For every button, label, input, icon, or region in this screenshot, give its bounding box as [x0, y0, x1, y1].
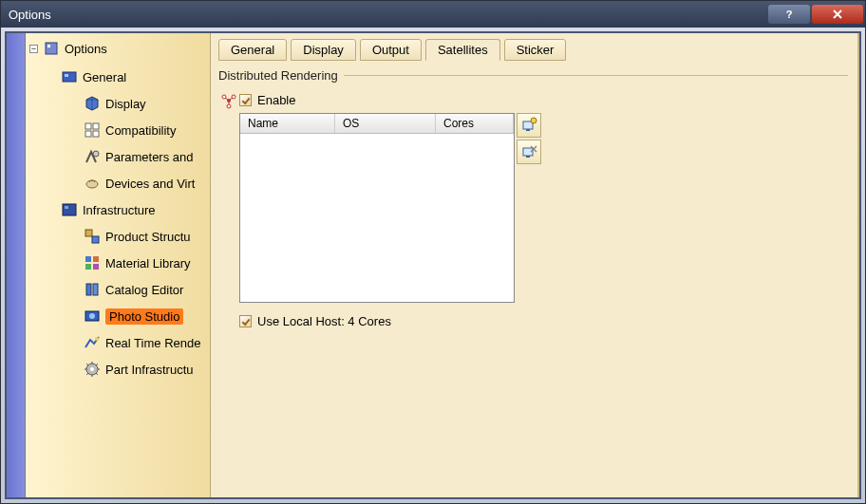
svg-point-9 [93, 151, 99, 157]
svg-rect-19 [86, 284, 91, 295]
material-library-icon [83, 253, 102, 272]
tree-root-options[interactable]: − Options [26, 37, 210, 64]
svg-point-28 [227, 104, 231, 108]
tree-item-label: Display [105, 97, 146, 111]
svg-rect-4 [65, 74, 68, 77]
tree-item-label: Real Time Rende [105, 336, 200, 350]
tree-item-general[interactable]: General [58, 64, 210, 90]
tab-strip: General Display Output Satellites Sticke… [215, 39, 852, 61]
satellites-grid[interactable]: Name OS Cores [239, 113, 515, 303]
col-cores[interactable]: Cores [436, 114, 514, 133]
svg-rect-34 [526, 156, 530, 158]
display-icon [83, 94, 102, 113]
svg-rect-6 [93, 123, 99, 129]
close-button[interactable] [812, 5, 863, 24]
tree-item-product-structure[interactable]: Product Structu [81, 223, 210, 250]
svg-rect-17 [85, 264, 91, 270]
product-structure-icon [83, 227, 102, 246]
tree-item-label: Product Structu [105, 230, 191, 244]
window-title: Options [9, 8, 766, 22]
add-satellite-button[interactable] [517, 113, 541, 138]
tree-item-compatibility[interactable]: Compatibility [81, 117, 210, 143]
svg-rect-13 [85, 230, 92, 236]
titlebar[interactable]: Options ? [1, 1, 865, 28]
compatibility-icon [83, 121, 102, 140]
tree-item-label: Photo Studio [105, 308, 183, 325]
tree-root-label: Options [65, 42, 107, 56]
svg-rect-14 [92, 236, 99, 243]
svg-rect-31 [526, 129, 530, 131]
remove-satellite-button[interactable] [517, 140, 541, 164]
svg-point-32 [531, 118, 537, 123]
photo-studio-icon [83, 307, 102, 326]
use-local-host-label: Use Local Host: 4 Cores [257, 314, 391, 328]
checkbox-icon [239, 315, 252, 327]
svg-rect-7 [85, 131, 91, 137]
svg-point-23 [95, 337, 99, 341]
collapse-icon[interactable]: − [29, 45, 38, 53]
use-local-host-checkbox[interactable]: Use Local Host: 4 Cores [239, 312, 852, 334]
tree-item-devices[interactable]: Devices and Virt [81, 170, 210, 196]
main-panel: General Display Output Satellites Sticke… [211, 33, 859, 497]
col-os[interactable]: OS [335, 114, 436, 133]
catalog-editor-icon [83, 280, 102, 299]
checkbox-icon [239, 94, 252, 106]
infrastructure-icon [60, 200, 79, 219]
tree-item-display[interactable]: Display [81, 90, 210, 117]
tab-satellites[interactable]: Satellites [425, 39, 500, 61]
parameters-icon [83, 147, 102, 166]
real-time-render-icon [83, 333, 102, 352]
tree-item-label: Catalog Editor [105, 283, 183, 297]
svg-rect-15 [85, 256, 91, 262]
svg-point-10 [86, 180, 98, 188]
enable-checkbox[interactable]: Enable [239, 91, 852, 113]
svg-rect-8 [93, 131, 99, 137]
svg-point-22 [89, 313, 95, 319]
tab-sticker[interactable]: Sticker [504, 39, 567, 61]
devices-icon [83, 174, 102, 193]
options-icon [42, 39, 61, 58]
general-icon [60, 67, 79, 86]
svg-rect-12 [65, 206, 68, 209]
tree-item-label: Part Infrastructu [105, 363, 193, 377]
tab-general[interactable]: General [218, 39, 287, 61]
section-title: Distributed Rendering [218, 68, 338, 83]
tree-item-label: General [83, 70, 126, 84]
tree-item-label: Infrastructure [83, 203, 156, 217]
grid-header: Name OS Cores [240, 114, 514, 134]
tree-item-label: Parameters and [105, 150, 194, 164]
svg-point-25 [90, 367, 94, 371]
options-tree[interactable]: − Options General Display [26, 33, 211, 497]
enable-label: Enable [257, 93, 295, 107]
col-name[interactable]: Name [240, 114, 335, 133]
content-area: − Options General Display [5, 31, 861, 499]
section-distributed-rendering: Distributed Rendering [215, 68, 852, 87]
left-accent-bar [7, 33, 26, 497]
tree-item-label: Devices and Virt [105, 177, 195, 191]
tree-item-material-library[interactable]: Material Library [81, 250, 210, 276]
help-button[interactable]: ? [768, 5, 810, 24]
tree-item-photo-studio[interactable]: Photo Studio [81, 303, 210, 329]
svg-rect-16 [93, 256, 99, 262]
part-infrastructure-icon [83, 360, 102, 379]
tree-item-catalog-editor[interactable]: Catalog Editor [81, 276, 210, 303]
svg-rect-5 [85, 123, 91, 129]
network-icon [218, 91, 239, 334]
tab-display[interactable]: Display [291, 39, 356, 61]
tab-output[interactable]: Output [360, 39, 422, 61]
tree-item-label: Material Library [105, 256, 191, 271]
svg-text:?: ? [786, 9, 793, 20]
tree-item-label: Compatibility [105, 123, 176, 138]
svg-rect-1 [46, 43, 57, 54]
svg-rect-2 [47, 45, 50, 47]
grid-body[interactable] [240, 134, 514, 302]
svg-rect-20 [93, 284, 98, 295]
tree-item-part-infrastructure[interactable]: Part Infrastructu [81, 356, 210, 383]
tree-item-real-time-render[interactable]: Real Time Rende [81, 329, 210, 356]
svg-rect-11 [63, 204, 76, 215]
tree-item-parameters[interactable]: Parameters and [81, 143, 210, 170]
tree-item-infrastructure[interactable]: Infrastructure [58, 196, 210, 223]
svg-rect-18 [93, 264, 99, 270]
options-window: Options ? − Options General [0, 0, 866, 504]
